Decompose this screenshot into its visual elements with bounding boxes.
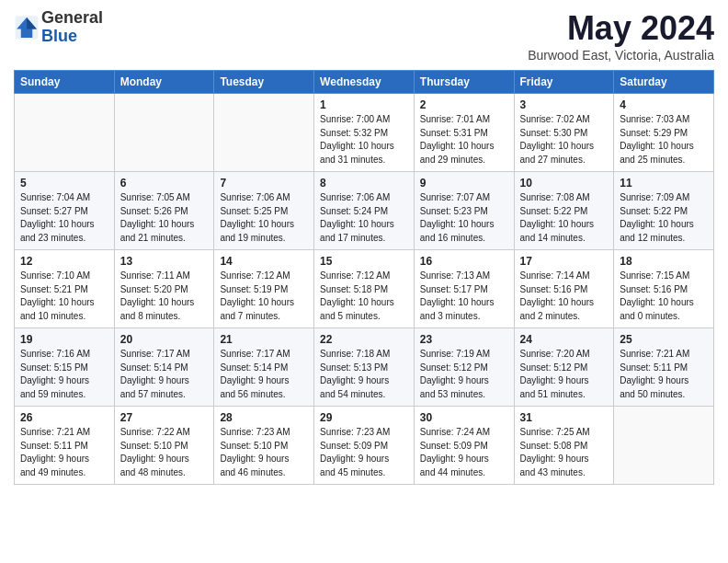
day-info: Sunrise: 7:17 AM Sunset: 5:14 PM Dayligh… (120, 348, 209, 401)
day-info: Sunrise: 7:01 AM Sunset: 5:31 PM Dayligh… (420, 113, 508, 167)
day-info: Sunrise: 7:21 AM Sunset: 5:11 PM Dayligh… (20, 426, 108, 479)
calendar-cell (114, 94, 214, 172)
day-number: 11 (620, 177, 708, 190)
calendar-cell: 15Sunrise: 7:12 AM Sunset: 5:18 PM Dayli… (314, 250, 415, 328)
day-number: 26 (20, 411, 108, 424)
calendar-cell: 29Sunrise: 7:23 AM Sunset: 5:09 PM Dayli… (314, 407, 415, 485)
day-number: 27 (120, 411, 209, 424)
day-info: Sunrise: 7:02 AM Sunset: 5:30 PM Dayligh… (520, 113, 609, 167)
calendar-cell: 1Sunrise: 7:00 AM Sunset: 5:32 PM Daylig… (314, 94, 415, 172)
day-info: Sunrise: 7:16 AM Sunset: 5:15 PM Dayligh… (20, 348, 108, 401)
calendar-cell: 3Sunrise: 7:02 AM Sunset: 5:30 PM Daylig… (514, 94, 614, 172)
day-info: Sunrise: 7:09 AM Sunset: 5:22 PM Dayligh… (620, 191, 708, 245)
day-number: 23 (420, 333, 508, 346)
logo-general-text: General (41, 9, 103, 28)
logo-text: General Blue (41, 9, 103, 46)
calendar-cell: 11Sunrise: 7:09 AM Sunset: 5:22 PM Dayli… (614, 172, 714, 250)
day-number: 17 (520, 255, 609, 268)
logo-blue-text: Blue (41, 28, 103, 46)
day-number: 3 (520, 98, 609, 111)
calendar-week-4: 26Sunrise: 7:21 AM Sunset: 5:11 PM Dayli… (15, 407, 714, 485)
day-number: 7 (220, 177, 308, 190)
day-number: 14 (220, 255, 308, 268)
day-info: Sunrise: 7:23 AM Sunset: 5:09 PM Dayligh… (320, 426, 408, 479)
calendar-cell: 14Sunrise: 7:12 AM Sunset: 5:19 PM Dayli… (214, 250, 314, 328)
day-number: 19 (20, 333, 108, 346)
day-info: Sunrise: 7:19 AM Sunset: 5:12 PM Dayligh… (420, 348, 508, 401)
header-tuesday: Tuesday (214, 71, 314, 94)
day-info: Sunrise: 7:18 AM Sunset: 5:13 PM Dayligh… (320, 348, 408, 401)
day-number: 5 (20, 177, 108, 190)
day-info: Sunrise: 7:14 AM Sunset: 5:16 PM Dayligh… (520, 270, 609, 323)
calendar-cell: 4Sunrise: 7:03 AM Sunset: 5:29 PM Daylig… (614, 94, 714, 172)
calendar-cell: 23Sunrise: 7:19 AM Sunset: 5:12 PM Dayli… (414, 328, 514, 407)
calendar-cell: 24Sunrise: 7:20 AM Sunset: 5:12 PM Dayli… (514, 328, 614, 407)
day-info: Sunrise: 7:24 AM Sunset: 5:09 PM Dayligh… (420, 426, 508, 479)
header-sunday: Sunday (15, 71, 115, 94)
calendar-cell: 21Sunrise: 7:17 AM Sunset: 5:14 PM Dayli… (214, 328, 314, 407)
day-info: Sunrise: 7:25 AM Sunset: 5:08 PM Dayligh… (520, 426, 609, 479)
calendar-week-0: 1Sunrise: 7:00 AM Sunset: 5:32 PM Daylig… (15, 94, 714, 172)
subtitle: Burwood East, Victoria, Australia (528, 48, 714, 63)
day-info: Sunrise: 7:06 AM Sunset: 5:24 PM Dayligh… (320, 191, 408, 245)
day-number: 15 (320, 255, 408, 268)
calendar-cell: 13Sunrise: 7:11 AM Sunset: 5:20 PM Dayli… (114, 250, 214, 328)
day-number: 22 (320, 333, 408, 346)
header-saturday: Saturday (614, 71, 714, 94)
day-info: Sunrise: 7:12 AM Sunset: 5:19 PM Dayligh… (220, 270, 308, 323)
calendar-cell: 10Sunrise: 7:08 AM Sunset: 5:22 PM Dayli… (514, 172, 614, 250)
calendar-cell: 5Sunrise: 7:04 AM Sunset: 5:27 PM Daylig… (15, 172, 115, 250)
day-info: Sunrise: 7:06 AM Sunset: 5:25 PM Dayligh… (220, 191, 308, 245)
day-info: Sunrise: 7:03 AM Sunset: 5:29 PM Dayligh… (620, 113, 708, 167)
day-info: Sunrise: 7:15 AM Sunset: 5:16 PM Dayligh… (620, 270, 708, 323)
calendar-cell: 27Sunrise: 7:22 AM Sunset: 5:10 PM Dayli… (114, 407, 214, 485)
day-number: 10 (520, 177, 609, 190)
day-number: 13 (120, 255, 209, 268)
day-number: 24 (520, 333, 609, 346)
calendar-cell: 20Sunrise: 7:17 AM Sunset: 5:14 PM Dayli… (114, 328, 214, 407)
day-info: Sunrise: 7:08 AM Sunset: 5:22 PM Dayligh… (520, 191, 609, 245)
day-info: Sunrise: 7:12 AM Sunset: 5:18 PM Dayligh… (320, 270, 408, 323)
calendar-cell: 31Sunrise: 7:25 AM Sunset: 5:08 PM Dayli… (514, 407, 614, 485)
header-wednesday: Wednesday (314, 71, 415, 94)
day-info: Sunrise: 7:00 AM Sunset: 5:32 PM Dayligh… (320, 113, 408, 167)
day-number: 2 (420, 98, 508, 111)
calendar-cell: 6Sunrise: 7:05 AM Sunset: 5:26 PM Daylig… (114, 172, 214, 250)
day-info: Sunrise: 7:07 AM Sunset: 5:23 PM Dayligh… (420, 191, 508, 245)
calendar-week-1: 5Sunrise: 7:04 AM Sunset: 5:27 PM Daylig… (15, 172, 714, 250)
calendar-cell: 8Sunrise: 7:06 AM Sunset: 5:24 PM Daylig… (314, 172, 415, 250)
day-number: 29 (320, 411, 408, 424)
day-number: 12 (20, 255, 108, 268)
day-info: Sunrise: 7:23 AM Sunset: 5:10 PM Dayligh… (220, 426, 308, 479)
calendar-cell (214, 94, 314, 172)
day-number: 8 (320, 177, 408, 190)
calendar-cell: 16Sunrise: 7:13 AM Sunset: 5:17 PM Dayli… (414, 250, 514, 328)
calendar-cell: 25Sunrise: 7:21 AM Sunset: 5:11 PM Dayli… (614, 328, 714, 407)
day-number: 28 (220, 411, 308, 424)
day-number: 30 (420, 411, 508, 424)
day-number: 1 (320, 98, 408, 111)
calendar-cell: 26Sunrise: 7:21 AM Sunset: 5:11 PM Dayli… (15, 407, 115, 485)
day-number: 21 (220, 333, 308, 346)
day-number: 4 (620, 98, 708, 111)
day-number: 25 (620, 333, 708, 346)
calendar-table: Sunday Monday Tuesday Wednesday Thursday… (14, 70, 714, 485)
day-info: Sunrise: 7:05 AM Sunset: 5:26 PM Dayligh… (120, 191, 209, 245)
calendar-cell: 28Sunrise: 7:23 AM Sunset: 5:10 PM Dayli… (214, 407, 314, 485)
page: General Blue May 2024 Burwood East, Vict… (0, 0, 728, 563)
day-number: 9 (420, 177, 508, 190)
calendar-cell: 22Sunrise: 7:18 AM Sunset: 5:13 PM Dayli… (314, 328, 415, 407)
calendar-cell: 30Sunrise: 7:24 AM Sunset: 5:09 PM Dayli… (414, 407, 514, 485)
calendar-week-3: 19Sunrise: 7:16 AM Sunset: 5:15 PM Dayli… (15, 328, 714, 407)
day-info: Sunrise: 7:10 AM Sunset: 5:21 PM Dayligh… (20, 270, 108, 323)
header-friday: Friday (514, 71, 614, 94)
day-number: 18 (620, 255, 708, 268)
day-info: Sunrise: 7:04 AM Sunset: 5:27 PM Dayligh… (20, 191, 108, 245)
day-info: Sunrise: 7:13 AM Sunset: 5:17 PM Dayligh… (420, 270, 508, 323)
calendar-cell: 17Sunrise: 7:14 AM Sunset: 5:16 PM Dayli… (514, 250, 614, 328)
day-number: 20 (120, 333, 209, 346)
calendar-cell: 19Sunrise: 7:16 AM Sunset: 5:15 PM Dayli… (15, 328, 115, 407)
day-number: 31 (520, 411, 609, 424)
header: General Blue May 2024 Burwood East, Vict… (14, 9, 714, 63)
day-number: 16 (420, 255, 508, 268)
